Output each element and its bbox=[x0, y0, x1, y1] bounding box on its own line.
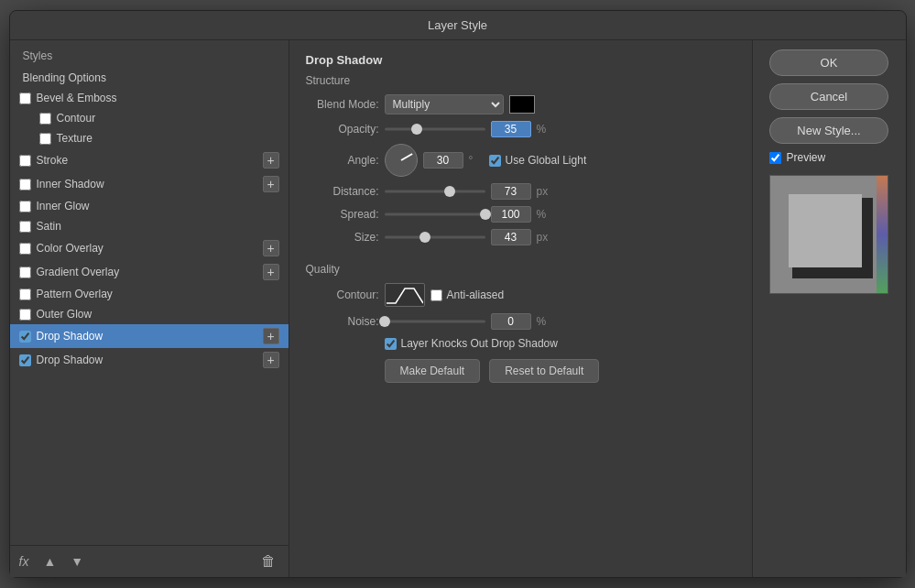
drop-shadow-2-checkbox[interactable] bbox=[19, 354, 31, 366]
make-default-button[interactable]: Make Default bbox=[385, 359, 481, 383]
outer-glow-checkbox[interactable] bbox=[19, 309, 31, 321]
pattern-overlay-checkbox[interactable] bbox=[19, 289, 31, 300]
stroke-checkbox[interactable] bbox=[19, 155, 31, 167]
inner-shadow-add-button[interactable]: + bbox=[263, 176, 279, 192]
opacity-slider[interactable] bbox=[385, 121, 485, 137]
quality-section: Quality Contour: Anti-aliased bbox=[306, 261, 735, 383]
sidebar-item-outer-glow[interactable]: Outer Glow bbox=[10, 304, 289, 324]
color-strip bbox=[877, 176, 888, 293]
preview-label-row: Preview bbox=[769, 151, 826, 164]
styles-header: Styles bbox=[10, 40, 289, 68]
size-row: Size: px bbox=[306, 229, 735, 245]
sidebar-item-blending-options[interactable]: Blending Options bbox=[10, 68, 289, 88]
dialog-title: Layer Style bbox=[10, 11, 906, 40]
blend-mode-label: Blend Mode: bbox=[306, 98, 379, 111]
sidebar-item-drop-shadow-2[interactable]: Drop Shadow + bbox=[10, 348, 289, 372]
layer-knocks-label[interactable]: Layer Knocks Out Drop Shadow bbox=[306, 337, 735, 350]
color-overlay-checkbox[interactable] bbox=[19, 243, 31, 255]
blend-mode-row: Blend Mode: Multiply Normal Screen Overl… bbox=[306, 94, 735, 114]
preview-inner-box bbox=[789, 194, 862, 267]
layer-style-dialog: Layer Style Styles Blending Options Beve… bbox=[9, 10, 907, 578]
drop-shadow-1-add-button[interactable]: + bbox=[263, 328, 279, 344]
spread-row: Spread: % bbox=[306, 206, 735, 223]
satin-checkbox[interactable] bbox=[19, 221, 31, 233]
drop-shadow-2-add-button[interactable]: + bbox=[263, 352, 279, 368]
left-toolbar: fx ▲ ▼ 🗑 bbox=[10, 545, 289, 577]
sidebar-item-drop-shadow-1[interactable]: Drop Shadow + bbox=[10, 324, 289, 348]
spread-input[interactable] bbox=[491, 206, 531, 223]
styles-list: Blending Options Bevel & Emboss Contour … bbox=[10, 68, 289, 545]
cancel-button[interactable]: Cancel bbox=[769, 83, 888, 110]
sidebar-item-satin[interactable]: Satin bbox=[10, 216, 289, 236]
drop-shadow-1-checkbox[interactable] bbox=[19, 331, 31, 343]
bottom-buttons: Make Default Reset to Default bbox=[306, 359, 735, 383]
opacity-row: Opacity: % bbox=[306, 121, 735, 137]
reset-to-default-button[interactable]: Reset to Default bbox=[489, 359, 599, 383]
move-down-button[interactable]: ▼ bbox=[67, 552, 87, 571]
fx-label: fx bbox=[19, 554, 29, 569]
sidebar-item-bevel-emboss[interactable]: Bevel & Emboss bbox=[10, 88, 289, 108]
anti-aliased-checkbox[interactable] bbox=[430, 289, 442, 301]
angle-row: Angle: ° Use Global Light bbox=[306, 144, 735, 177]
size-slider[interactable] bbox=[385, 229, 485, 245]
preview-label: Preview bbox=[787, 151, 826, 164]
sidebar-item-stroke[interactable]: Stroke + bbox=[10, 148, 289, 172]
spread-label: Spread: bbox=[306, 208, 379, 221]
distance-row: Distance: px bbox=[306, 183, 735, 200]
angle-label: Angle: bbox=[306, 154, 379, 167]
anti-aliased-label[interactable]: Anti-aliased bbox=[430, 289, 505, 301]
gradient-overlay-checkbox[interactable] bbox=[19, 267, 31, 278]
move-up-button[interactable]: ▲ bbox=[39, 552, 60, 571]
sidebar-item-pattern-overlay[interactable]: Pattern Overlay bbox=[10, 284, 289, 304]
contour-row: Contour: Anti-aliased bbox=[306, 283, 735, 307]
sidebar-item-contour[interactable]: Contour bbox=[10, 108, 289, 128]
sidebar-item-gradient-overlay[interactable]: Gradient Overlay + bbox=[10, 260, 289, 284]
contour-row-label: Contour: bbox=[306, 289, 379, 301]
sidebar-item-texture[interactable]: Texture bbox=[10, 128, 289, 148]
spread-slider[interactable] bbox=[385, 206, 485, 223]
delete-button[interactable]: 🗑 bbox=[257, 551, 279, 572]
texture-checkbox[interactable] bbox=[39, 133, 51, 145]
distance-slider[interactable] bbox=[385, 183, 485, 200]
opacity-input[interactable] bbox=[491, 121, 531, 137]
sidebar-item-inner-glow[interactable]: Inner Glow bbox=[10, 196, 289, 216]
noise-input[interactable] bbox=[491, 313, 531, 330]
shadow-color-swatch[interactable] bbox=[509, 95, 535, 114]
distance-input[interactable] bbox=[491, 183, 531, 200]
noise-row: Noise: % bbox=[306, 313, 735, 330]
contour-preview[interactable] bbox=[385, 283, 425, 307]
use-global-light-label[interactable]: Use Global Light bbox=[489, 154, 587, 167]
new-style-button[interactable]: New Style... bbox=[769, 117, 888, 144]
sidebar-item-color-overlay[interactable]: Color Overlay + bbox=[10, 236, 289, 260]
gradient-overlay-add-button[interactable]: + bbox=[263, 264, 279, 280]
size-input[interactable] bbox=[491, 229, 531, 245]
layer-knocks-row: Layer Knocks Out Drop Shadow bbox=[306, 337, 735, 350]
sidebar-item-inner-shadow[interactable]: Inner Shadow + bbox=[10, 172, 289, 196]
distance-label: Distance: bbox=[306, 185, 379, 198]
opacity-label: Opacity: bbox=[306, 123, 379, 136]
blend-mode-select[interactable]: Multiply Normal Screen Overlay bbox=[385, 94, 504, 114]
dialog-body: Styles Blending Options Bevel & Emboss C… bbox=[10, 40, 906, 577]
left-panel: Styles Blending Options Bevel & Emboss C… bbox=[10, 40, 289, 577]
stroke-add-button[interactable]: + bbox=[263, 152, 279, 169]
angle-input[interactable] bbox=[423, 152, 463, 169]
angle-dial[interactable] bbox=[385, 144, 418, 177]
contour-checkbox[interactable] bbox=[39, 113, 51, 125]
noise-slider[interactable] bbox=[385, 313, 485, 330]
ok-button[interactable]: OK bbox=[769, 49, 888, 76]
drop-shadow-title: Drop Shadow bbox=[306, 53, 735, 67]
preview-checkbox[interactable] bbox=[769, 152, 781, 164]
structure-label: Structure bbox=[306, 74, 735, 87]
inner-shadow-checkbox[interactable] bbox=[19, 179, 31, 191]
size-label: Size: bbox=[306, 231, 379, 244]
center-panel: Drop Shadow Structure Blend Mode: Multip… bbox=[289, 40, 752, 577]
preview-canvas bbox=[769, 175, 888, 294]
layer-knocks-checkbox[interactable] bbox=[385, 338, 397, 350]
bevel-emboss-checkbox[interactable] bbox=[19, 93, 31, 104]
color-overlay-add-button[interactable]: + bbox=[263, 240, 279, 256]
noise-label: Noise: bbox=[306, 315, 379, 328]
right-panel: OK Cancel New Style... Preview bbox=[752, 40, 906, 577]
inner-glow-checkbox[interactable] bbox=[19, 201, 31, 212]
quality-label: Quality bbox=[306, 263, 735, 276]
use-global-light-checkbox[interactable] bbox=[489, 155, 501, 167]
